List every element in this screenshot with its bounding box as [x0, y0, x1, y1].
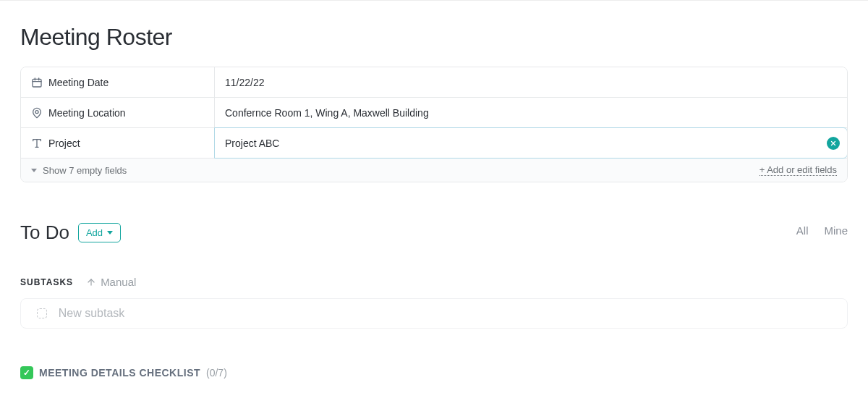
show-empty-fields-toggle[interactable]: Show 7 empty fields: [31, 165, 127, 176]
field-row-meeting-location: Meeting Location Confernce Room 1, Wing …: [21, 98, 847, 128]
subtasks-label: SUBTASKS: [20, 277, 73, 287]
field-value-meeting-date[interactable]: 11/22/22: [215, 67, 847, 97]
new-subtask-input[interactable]: [57, 306, 831, 321]
field-label-text: Meeting Date: [48, 77, 109, 88]
field-label-project: Project: [21, 128, 215, 158]
text-type-icon: [31, 138, 43, 149]
subtasks-row: SUBTASKS Manual: [20, 276, 848, 288]
svg-point-4: [35, 110, 38, 113]
fields-panel: Meeting Date 11/22/22 Meeting Location C…: [20, 67, 848, 182]
field-value-meeting-location[interactable]: Confernce Room 1, Wing A, Maxwell Buildi…: [215, 98, 847, 127]
checklist-section: ✓ MEETING DETAILS CHECKLIST (0/7): [20, 366, 848, 379]
field-row-project: Project Project ABC: [21, 128, 847, 159]
field-row-meeting-date: Meeting Date 11/22/22: [21, 67, 847, 98]
field-value-project[interactable]: Project ABC: [214, 127, 848, 159]
check-icon: ✓: [20, 366, 33, 379]
sort-mode-label: Manual: [101, 276, 136, 288]
subtask-checkbox-placeholder: [37, 308, 47, 318]
subtasks-sort-mode[interactable]: Manual: [86, 276, 136, 288]
calendar-icon: [31, 77, 43, 88]
show-empty-fields-label: Show 7 empty fields: [43, 165, 127, 176]
filter-all[interactable]: All: [796, 224, 809, 237]
todo-header: To Do Add: [20, 221, 848, 244]
field-label-meeting-date: Meeting Date: [21, 67, 215, 97]
field-label-text: Meeting Location: [48, 107, 126, 119]
add-button-label: Add: [86, 227, 103, 238]
field-value-text: 11/22/22: [225, 77, 265, 88]
checklist-title[interactable]: MEETING DETAILS CHECKLIST: [39, 367, 200, 379]
svg-rect-0: [33, 79, 41, 87]
field-value-text: Confernce Room 1, Wing A, Maxwell Buildi…: [225, 107, 429, 119]
new-subtask-row[interactable]: [20, 298, 848, 329]
page-title: Meeting Roster: [20, 24, 848, 51]
field-value-text: Project ABC: [225, 138, 279, 149]
chevron-down-icon: [107, 231, 113, 235]
filter-mine[interactable]: Mine: [824, 224, 848, 237]
todo-title: To Do: [20, 221, 69, 244]
chevron-down-icon: [31, 169, 37, 172]
field-label-text: Project: [48, 138, 80, 149]
todo-section: To Do Add All Mine SUBTASKS Manual: [20, 221, 848, 329]
add-edit-fields-link[interactable]: + Add or edit fields: [760, 164, 837, 176]
fields-panel-footer: Show 7 empty fields + Add or edit fields: [21, 159, 847, 182]
arrow-up-icon: [86, 277, 96, 287]
clear-field-button[interactable]: [827, 137, 840, 150]
checklist-count: (0/7): [206, 367, 227, 379]
todo-filters: All Mine: [796, 224, 848, 237]
location-pin-icon: [31, 107, 43, 119]
field-label-meeting-location: Meeting Location: [21, 98, 215, 127]
add-todo-button[interactable]: Add: [78, 223, 121, 242]
